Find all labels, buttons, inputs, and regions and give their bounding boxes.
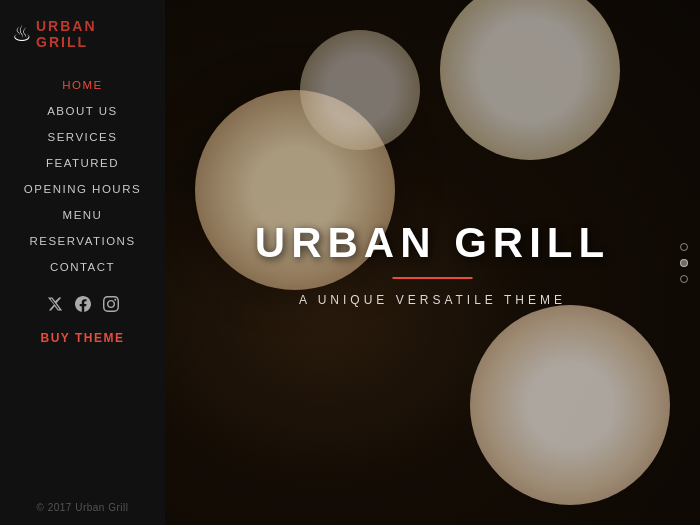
footer-copyright: © 2017 Urban Grill: [37, 502, 129, 513]
social-links: [47, 296, 119, 315]
twitter-icon[interactable]: [47, 296, 63, 315]
hero-title: URBAN GRILL: [165, 219, 700, 267]
hero-divider: [393, 277, 473, 279]
nav-opening-hours[interactable]: OPENING HOURS: [0, 176, 165, 202]
logo[interactable]: ♨ URBAN GRILL: [0, 18, 165, 50]
nav-home[interactable]: HOME: [0, 72, 165, 98]
hero-section: URBAN GRILL A UNIQUE VERSATILE THEME: [165, 0, 700, 525]
nav-reservations[interactable]: RESERVATIONS: [0, 228, 165, 254]
nav-about[interactable]: ABOUT US: [0, 98, 165, 124]
nav-contact[interactable]: CONTACT: [0, 254, 165, 280]
buy-theme-button[interactable]: BUY THEME: [41, 331, 125, 345]
logo-urban: URBAN: [36, 18, 97, 34]
logo-grill: GRILL: [36, 34, 88, 50]
hero-subtitle: A UNIQUE VERSATILE THEME: [165, 293, 700, 307]
logo-icon: ♨: [12, 23, 32, 45]
hero-text-block: URBAN GRILL A UNIQUE VERSATILE THEME: [165, 219, 700, 307]
logo-text: URBAN GRILL: [36, 18, 153, 50]
main-nav: HOME ABOUT US SERVICES FEATURED OPENING …: [0, 72, 165, 280]
food-decoration-4: [300, 30, 420, 150]
nav-featured[interactable]: FEATURED: [0, 150, 165, 176]
nav-menu[interactable]: MENU: [0, 202, 165, 228]
sidebar: ♨ URBAN GRILL HOME ABOUT US SERVICES FEA…: [0, 0, 165, 525]
instagram-icon[interactable]: [103, 296, 119, 315]
facebook-icon[interactable]: [75, 296, 91, 315]
food-decoration-3: [470, 305, 670, 505]
nav-services[interactable]: SERVICES: [0, 124, 165, 150]
